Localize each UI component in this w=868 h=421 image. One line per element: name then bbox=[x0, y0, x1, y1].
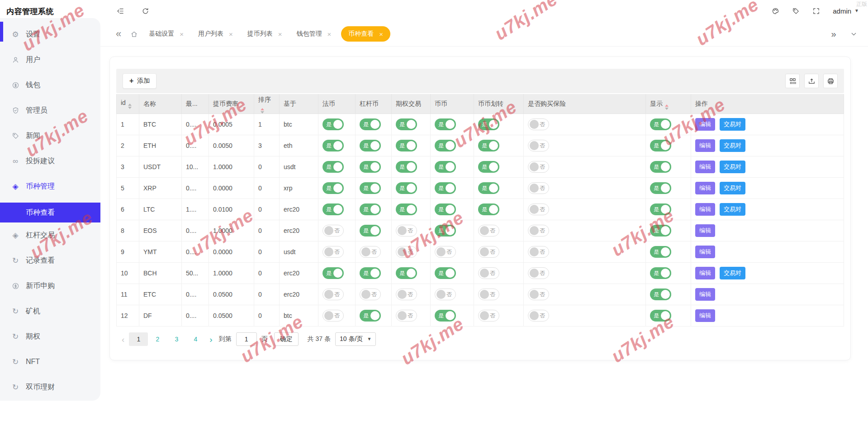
toggle-coin[interactable]: 是 bbox=[435, 203, 456, 215]
toggle-insurance[interactable]: 否 bbox=[528, 289, 549, 300]
toggle-lever[interactable]: 是 bbox=[360, 225, 381, 237]
toggle-coin[interactable]: 是 bbox=[435, 225, 456, 237]
toggle-transfer[interactable]: 是 bbox=[478, 161, 499, 173]
tab-withdraw-list[interactable]: 提币列表× bbox=[240, 22, 289, 46]
toggle-show[interactable]: 是 bbox=[650, 118, 671, 130]
home-tab-button[interactable] bbox=[130, 30, 138, 38]
sidebar-item-feedback[interactable]: ∞投拆建议 bbox=[0, 148, 100, 174]
toggle-coin[interactable]: 是 bbox=[435, 182, 456, 194]
toggle-show[interactable]: 是 bbox=[650, 182, 671, 194]
edit-button[interactable]: 编辑 bbox=[695, 267, 715, 279]
edit-button[interactable]: 编辑 bbox=[695, 309, 715, 322]
pairs-button[interactable]: 交易对 bbox=[720, 139, 745, 152]
columns-button[interactable] bbox=[785, 74, 800, 88]
toggle-transfer[interactable]: 是 bbox=[478, 182, 499, 194]
toggle-coin[interactable]: 是 bbox=[435, 161, 456, 173]
edit-button[interactable]: 编辑 bbox=[695, 224, 715, 237]
jump-page-input[interactable] bbox=[236, 332, 257, 346]
toggle-lever[interactable]: 否 bbox=[360, 289, 381, 300]
edit-button[interactable]: 编辑 bbox=[695, 139, 715, 152]
edit-button[interactable]: 编辑 bbox=[695, 246, 715, 258]
toggle-option[interactable]: 是 bbox=[396, 267, 417, 279]
pairs-button[interactable]: 交易对 bbox=[720, 203, 745, 216]
pairs-button[interactable]: 交易对 bbox=[720, 161, 745, 173]
toggle-coin[interactable]: 是 bbox=[435, 140, 456, 151]
toggle-option[interactable]: 否 bbox=[396, 310, 417, 322]
pairs-button[interactable]: 交易对 bbox=[720, 267, 745, 279]
sidebar-item-coin-manage[interactable]: ◈币种管理 bbox=[0, 174, 100, 199]
toggle-option[interactable]: 是 bbox=[396, 118, 417, 130]
toggle-transfer[interactable]: 是 bbox=[478, 203, 499, 215]
pairs-button[interactable]: 交易对 bbox=[720, 182, 745, 194]
toggle-option[interactable]: 否 bbox=[396, 225, 417, 237]
page-3[interactable]: 3 bbox=[167, 332, 186, 346]
toggle-fiat[interactable]: 是 bbox=[323, 118, 344, 130]
edit-button[interactable]: 编辑 bbox=[695, 203, 715, 216]
toggle-lever[interactable]: 是 bbox=[360, 140, 381, 151]
toggle-fiat[interactable]: 否 bbox=[323, 310, 344, 322]
toggle-option[interactable]: 否 bbox=[396, 289, 417, 300]
toggle-option[interactable]: 是 bbox=[396, 182, 417, 194]
toggle-option[interactable]: 是 bbox=[396, 140, 417, 151]
toggle-lever[interactable]: 是 bbox=[360, 161, 381, 173]
toggle-show[interactable]: 是 bbox=[650, 161, 671, 173]
toggle-transfer[interactable]: 否 bbox=[478, 246, 499, 258]
toggle-option[interactable]: 是 bbox=[396, 161, 417, 173]
tabs-menu-button[interactable] bbox=[844, 22, 863, 46]
col-show[interactable]: 显示 bbox=[646, 94, 691, 114]
toggle-lever[interactable]: 是 bbox=[360, 118, 381, 130]
toggle-insurance[interactable]: 否 bbox=[528, 140, 549, 151]
edit-button[interactable]: 编辑 bbox=[695, 161, 715, 173]
sort-caret-icon[interactable] bbox=[665, 104, 669, 110]
sort-caret-icon[interactable] bbox=[128, 104, 132, 109]
toggle-insurance[interactable]: 否 bbox=[528, 310, 549, 322]
toggle-lever[interactable]: 否 bbox=[360, 246, 381, 258]
col-sort[interactable]: 排序 bbox=[254, 94, 280, 114]
sort-caret-icon[interactable] bbox=[261, 108, 264, 114]
toggle-coin[interactable]: 否 bbox=[435, 246, 456, 258]
toggle-show[interactable]: 是 bbox=[650, 225, 671, 237]
toggle-transfer[interactable]: 是 bbox=[478, 118, 499, 130]
toggle-coin[interactable]: 是 bbox=[435, 118, 456, 130]
sidebar-item-miner[interactable]: ↻矿机 bbox=[0, 298, 100, 324]
toggle-transfer[interactable]: 否 bbox=[478, 289, 499, 300]
toggle-insurance[interactable]: 否 bbox=[528, 182, 549, 194]
toggle-fiat[interactable]: 否 bbox=[323, 289, 344, 300]
toggle-coin[interactable]: 是 bbox=[435, 310, 456, 322]
toggle-option[interactable]: 否 bbox=[396, 246, 417, 258]
toggle-show[interactable]: 是 bbox=[650, 203, 671, 215]
tab-basic-settings[interactable]: 基础设置× bbox=[142, 22, 191, 46]
close-icon[interactable]: × bbox=[379, 31, 383, 38]
close-icon[interactable]: × bbox=[278, 31, 282, 38]
tab-user-list[interactable]: 用户列表× bbox=[191, 22, 240, 46]
toggle-show[interactable]: 是 bbox=[650, 140, 671, 151]
refresh-button[interactable] bbox=[142, 7, 149, 15]
edit-button[interactable]: 编辑 bbox=[695, 182, 715, 194]
sidebar-item-new-coin[interactable]: 新币申购 bbox=[0, 273, 100, 298]
toggle-fiat[interactable]: 是 bbox=[323, 182, 344, 194]
page-size-select[interactable]: 10 条/页▼ bbox=[335, 332, 376, 346]
toggle-insurance[interactable]: 否 bbox=[528, 203, 549, 215]
toggle-show[interactable]: 是 bbox=[650, 267, 671, 279]
toggle-transfer[interactable]: 否 bbox=[478, 310, 499, 322]
page-1[interactable]: 1 bbox=[129, 332, 148, 346]
add-button[interactable]: + 添加 bbox=[123, 73, 157, 89]
toggle-insurance[interactable]: 否 bbox=[528, 246, 549, 258]
sidebar-item-dual-finance[interactable]: ↻双币理财 bbox=[0, 374, 100, 400]
next-page-button[interactable]: › bbox=[205, 335, 217, 344]
tab-coin-view[interactable]: 币种查看× bbox=[341, 26, 390, 42]
toggle-lever[interactable]: 是 bbox=[360, 310, 381, 322]
toggle-transfer[interactable]: 是 bbox=[478, 140, 499, 151]
toggle-insurance[interactable]: 否 bbox=[528, 161, 549, 173]
sidebar-item-settings[interactable]: ⚙设置 bbox=[0, 22, 100, 47]
edit-button[interactable]: 编辑 bbox=[695, 118, 715, 131]
toggle-transfer[interactable]: 否 bbox=[478, 225, 499, 237]
tag-button[interactable] bbox=[792, 7, 800, 15]
toggle-show[interactable]: 是 bbox=[650, 246, 671, 258]
toggle-option[interactable]: 是 bbox=[396, 203, 417, 215]
admin-dropdown[interactable]: admin ▼ bbox=[833, 7, 859, 15]
toggle-fiat[interactable]: 否 bbox=[323, 246, 344, 258]
prev-page-button[interactable]: ‹ bbox=[117, 335, 129, 344]
sidebar-item-news[interactable]: 新闻 bbox=[0, 123, 100, 148]
toggle-lever[interactable]: 是 bbox=[360, 267, 381, 279]
